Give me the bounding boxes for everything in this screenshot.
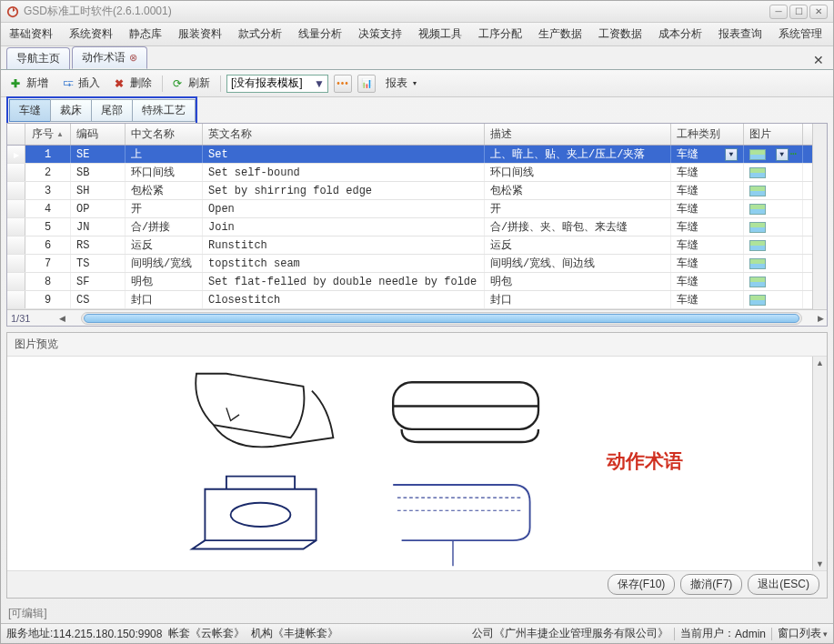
cell-desc[interactable]: 合/拼接、夹、暗包、来去缝 (485, 218, 671, 236)
cell-en[interactable]: Runstitch (203, 236, 485, 254)
menu-report[interactable]: 报表查询 (710, 23, 770, 45)
col-header-img[interactable]: 图片 (744, 124, 803, 145)
grid-hscroll[interactable] (81, 312, 802, 325)
scroll-left-icon[interactable]: ◀ (56, 312, 68, 324)
col-header-type[interactable]: 工种类别 (671, 124, 744, 145)
cell-en[interactable]: Set flat-felled by double needle by fold… (203, 273, 485, 290)
menu-system[interactable]: 系统资料 (61, 23, 121, 45)
cell-code[interactable]: SE (71, 146, 126, 163)
cell-seq[interactable]: 4 (25, 200, 71, 217)
cell-en[interactable]: Closestitch (203, 291, 485, 308)
cell-seq[interactable]: 5 (25, 218, 71, 236)
cell-en[interactable]: topstitch seam (203, 255, 485, 272)
cell-cn[interactable]: 运反 (126, 236, 203, 254)
cell-cn[interactable]: 包松紧 (126, 182, 203, 199)
table-row[interactable]: 4OP开Open开车缝 (7, 200, 812, 218)
maximize-button[interactable]: ☐ (789, 5, 808, 19)
refresh-button[interactable]: ⟳刷新 (168, 74, 215, 93)
menu-cost[interactable]: 成本分析 (650, 23, 710, 45)
table-row[interactable]: 2SB环口间线Set self-bound环口间线车缝 (7, 164, 812, 182)
table-row[interactable]: 7TS间明线/宽线topstitch seam间明线/宽线、间边线车缝 (7, 255, 812, 273)
row-indicator[interactable] (7, 273, 25, 290)
cell-en[interactable]: Set by shirring fold edge (203, 182, 485, 199)
scroll-up-icon[interactable]: ▲ (813, 357, 827, 369)
cell-type[interactable]: 车缝 (671, 236, 744, 254)
cell-img[interactable] (744, 255, 803, 272)
cell-en[interactable]: Set (203, 146, 485, 163)
cell-seq[interactable]: 7 (25, 255, 71, 272)
cell-type[interactable]: 车缝 (671, 255, 744, 272)
cell-cn[interactable]: 环口间线 (126, 164, 203, 181)
cell-cn[interactable]: 合/拼接 (126, 218, 203, 236)
menu-clothing[interactable]: 服装资料 (170, 23, 230, 45)
dropdown-icon[interactable]: ▼ (313, 77, 326, 90)
dropdown-icon[interactable]: ▼ (776, 148, 789, 161)
cell-type[interactable]: 车缝 (671, 273, 744, 290)
cell-seq[interactable]: 8 (25, 273, 71, 290)
cell-img[interactable] (744, 273, 803, 290)
browse-icon[interactable]: ⋯ (790, 147, 797, 161)
close-button[interactable]: ✕ (809, 5, 828, 19)
col-header-en[interactable]: 英文名称 (203, 124, 485, 145)
row-indicator[interactable] (7, 218, 25, 236)
add-button[interactable]: ✚新增 (6, 74, 53, 93)
cell-desc[interactable]: 包松紧 (485, 182, 671, 199)
cell-en[interactable]: Open (203, 200, 485, 217)
cell-code[interactable]: SF (71, 273, 126, 290)
cell-type[interactable]: 车缝▼ (671, 146, 744, 163)
cell-seq[interactable]: 3 (25, 182, 71, 199)
template-input[interactable] (231, 77, 313, 90)
cell-type[interactable]: 车缝 (671, 218, 744, 236)
close-all-button[interactable]: ✕ (809, 51, 828, 69)
table-row[interactable]: ▸1SE上Set上、暗上、贴、夹上/压上/夹落车缝▼▼⋯ (7, 146, 812, 164)
grid-vscroll[interactable] (812, 124, 827, 309)
cell-type[interactable]: 车缝 (671, 182, 744, 199)
cell-cn[interactable]: 明包 (126, 273, 203, 290)
menu-decision[interactable]: 决策支持 (350, 23, 410, 45)
row-indicator[interactable] (7, 182, 25, 199)
row-indicator[interactable] (7, 164, 25, 181)
cell-desc[interactable]: 明包 (485, 273, 671, 290)
col-header-desc[interactable]: 描述 (485, 124, 671, 145)
cat-tab-tail[interactable]: 尾部 (91, 99, 133, 122)
scroll-down-icon[interactable]: ▼ (813, 558, 827, 570)
cell-code[interactable]: TS (71, 255, 126, 272)
close-icon[interactable]: ⊗ (129, 52, 137, 64)
cell-desc[interactable]: 运反 (485, 236, 671, 254)
report-button[interactable]: 报表▾ (381, 74, 421, 93)
cell-cn[interactable]: 间明线/宽线 (126, 255, 203, 272)
menu-style[interactable]: 款式分析 (230, 23, 290, 45)
cell-img[interactable] (744, 218, 803, 236)
cell-seq[interactable]: 1 (25, 146, 71, 163)
cell-en[interactable]: Join (203, 218, 485, 236)
tab-terminology[interactable]: 动作术语 ⊗ (72, 46, 147, 69)
cell-img[interactable] (744, 182, 803, 199)
scroll-thumb[interactable] (84, 314, 799, 323)
menu-video[interactable]: 视频工具 (410, 23, 470, 45)
cat-tab-sewing[interactable]: 车缝 (9, 99, 51, 122)
row-indicator-header[interactable] (7, 124, 25, 145)
cat-tab-special[interactable]: 特殊工艺 (132, 99, 196, 122)
insert-button[interactable]: ⮓插入 (58, 74, 105, 93)
cell-code[interactable]: CS (71, 291, 126, 308)
cell-desc[interactable]: 间明线/宽线、间边线 (485, 255, 671, 272)
dropdown-icon[interactable]: ▼ (725, 148, 738, 161)
template-opts-button[interactable]: ••• (334, 75, 352, 93)
cell-seq[interactable]: 9 (25, 291, 71, 308)
cell-cn[interactable]: 封口 (126, 291, 203, 308)
row-indicator[interactable] (7, 291, 25, 308)
menu-sysmgr[interactable]: 系统管理 (770, 23, 830, 45)
menu-process[interactable]: 工序分配 (470, 23, 530, 45)
delete-button[interactable]: ✖删除 (110, 74, 156, 93)
row-indicator[interactable] (7, 236, 25, 254)
menu-wage[interactable]: 工资数据 (590, 23, 650, 45)
row-indicator[interactable] (7, 200, 25, 217)
table-row[interactable]: 5JN合/拼接Join合/拼接、夹、暗包、来去缝车缝 (7, 218, 812, 236)
table-row[interactable]: 3SH包松紧Set by shirring fold edge包松紧车缝 (7, 182, 812, 200)
cell-img[interactable] (744, 236, 803, 254)
menu-basic[interactable]: 基础资料 (1, 23, 61, 45)
cell-cn[interactable]: 上 (126, 146, 203, 163)
cell-desc[interactable]: 开 (485, 200, 671, 217)
cell-en[interactable]: Set self-bound (203, 164, 485, 181)
row-indicator[interactable]: ▸ (7, 146, 25, 163)
